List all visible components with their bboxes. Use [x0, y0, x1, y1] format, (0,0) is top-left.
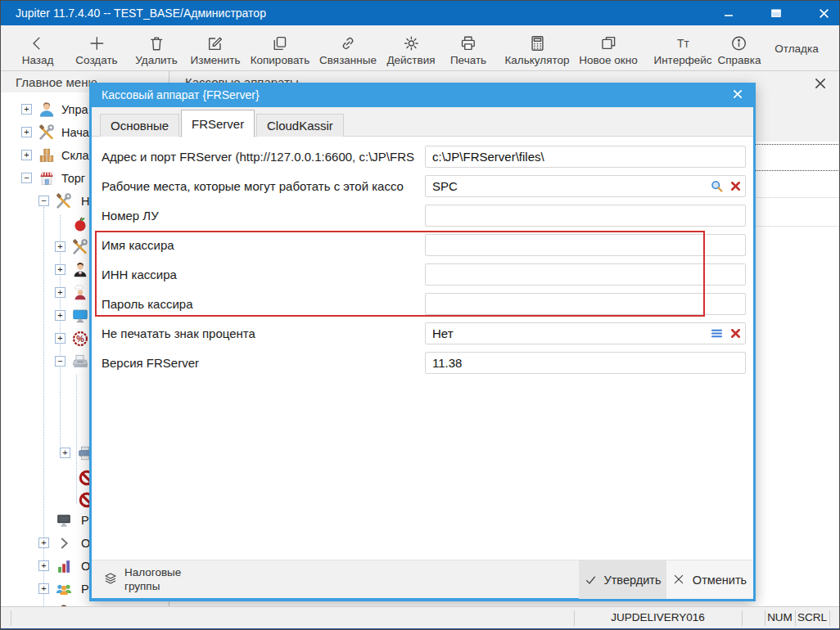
- tab-cloudkassir[interactable]: CloudKassir: [256, 114, 344, 137]
- toolbar-button-debug[interactable]: Отладка: [775, 30, 818, 66]
- cash-register-icon: [71, 353, 89, 371]
- toolbar-button-calculator[interactable]: Калькулятор: [504, 30, 569, 66]
- expand-icon[interactable]: +: [21, 127, 32, 137]
- tree-item-label: Нача: [61, 126, 89, 139]
- status-num-lock: NUM: [765, 611, 795, 623]
- tools-icon: [71, 238, 89, 256]
- expand-icon[interactable]: +: [38, 583, 49, 594]
- maximize-icon: [770, 7, 783, 20]
- tax-groups-label-line2: группы: [124, 580, 160, 592]
- toolbar-button-back[interactable]: Назад: [22, 30, 54, 66]
- input-workstations[interactable]: [425, 175, 746, 197]
- cancel-button[interactable]: Отменить: [666, 560, 753, 599]
- status-workstation: JUPDELIVERY016: [574, 611, 742, 623]
- input-lu_number[interactable]: [425, 205, 746, 227]
- expand-icon[interactable]: +: [55, 241, 65, 252]
- confirm-label: Утвердить: [604, 574, 662, 587]
- input-cashier_password[interactable]: [425, 293, 746, 315]
- toolbar-button-actions[interactable]: Действия: [386, 30, 435, 66]
- close-window-button[interactable]: [811, 1, 836, 25]
- toolbar-button-print[interactable]: Печать: [450, 30, 486, 66]
- toolbar-button-related[interactable]: Связанные: [319, 30, 377, 66]
- tree-item-label: Р: [81, 514, 89, 527]
- clear-icon[interactable]: [729, 179, 743, 193]
- toolbar-button-help[interactable]: Справка: [718, 30, 761, 66]
- panel-close-icon[interactable]: [813, 76, 828, 91]
- status-scroll-lock: SCRL: [795, 611, 829, 623]
- window-title: Jupiter 11.7.4.40 -- TEST_BASE/Администр…: [16, 7, 266, 20]
- close-icon: [819, 8, 829, 19]
- collapse-icon[interactable]: −: [55, 356, 65, 367]
- toolbar-button-interface[interactable]: TтИнтерфейс: [653, 30, 711, 66]
- svg-text:Tт: Tт: [677, 38, 689, 50]
- expand-icon[interactable]: +: [60, 448, 70, 458]
- apple-icon: [71, 215, 89, 233]
- boxes-icon: [38, 146, 56, 164]
- expand-icon[interactable]: +: [55, 264, 65, 275]
- tools-icon: [38, 124, 56, 142]
- tab-основные[interactable]: Основные: [100, 114, 179, 137]
- toolbar-button-label: Связанные: [319, 54, 377, 66]
- toolbar-button-label: Справка: [718, 54, 761, 66]
- toolbar-button-label: Удалить: [135, 54, 178, 66]
- gear-icon: [402, 34, 420, 52]
- toolbar-button-edit[interactable]: Изменить: [191, 30, 241, 66]
- expand-icon[interactable]: +: [55, 310, 65, 321]
- collapse-icon[interactable]: −: [38, 196, 49, 206]
- tree-item-label: Р: [81, 583, 89, 596]
- percent-icon: %: [71, 330, 89, 348]
- printer-glyph-icon: [459, 34, 477, 52]
- search-icon[interactable]: [710, 179, 724, 193]
- trash-icon: [147, 34, 165, 52]
- expand-icon[interactable]: +: [38, 560, 49, 571]
- minimize-button[interactable]: [716, 1, 741, 25]
- copy-icon: [271, 34, 289, 52]
- minimize-icon: [724, 8, 734, 18]
- toolbar-button-label: Новое окно: [579, 54, 637, 66]
- tab-label: FRServer: [192, 117, 244, 131]
- expand-icon[interactable]: +: [55, 287, 65, 298]
- link-icon: [339, 34, 357, 52]
- dialog-close-button[interactable]: [732, 88, 745, 101]
- confirm-button[interactable]: Утвердить: [579, 560, 666, 599]
- toolbar-button-label: Создать: [75, 54, 117, 66]
- user-icon: [38, 101, 56, 119]
- menu-icon[interactable]: [710, 326, 724, 340]
- dialog-titlebar[interactable]: Кассовый аппарат {FRServer}: [92, 83, 753, 107]
- tree-item-label: Н: [81, 195, 89, 208]
- expand-icon[interactable]: +: [38, 538, 49, 548]
- field-label-frserver_version: Версия FRServer: [102, 356, 419, 370]
- collapse-icon[interactable]: −: [21, 173, 32, 183]
- input-frserver_version[interactable]: [425, 352, 746, 374]
- field-label-cashier_password: Пароль кассира: [102, 297, 419, 311]
- info-icon: [730, 34, 748, 52]
- toolbar-button-label: Назад: [22, 54, 54, 66]
- toolbar-button-delete[interactable]: Удалить: [135, 30, 178, 66]
- expand-icon[interactable]: +: [55, 333, 65, 344]
- maximize-button[interactable]: [764, 1, 788, 25]
- toolbar-button-copy[interactable]: Копировать: [251, 30, 310, 66]
- input-cashier_name[interactable]: [425, 234, 746, 256]
- toolbar-button-label: Калькулятор: [504, 54, 569, 66]
- tab-frserver[interactable]: FRServer: [181, 110, 255, 137]
- clear-icon[interactable]: [729, 326, 743, 340]
- dialog-footer: Налоговыегруппы Утвердить Отменить: [92, 560, 753, 598]
- input-cashier_inn[interactable]: [425, 263, 746, 286]
- expand-icon[interactable]: +: [21, 150, 32, 160]
- toolbar-button-create[interactable]: Создать: [75, 30, 117, 66]
- field-label-no_percent_sign: Не печатать знак процента: [102, 326, 419, 340]
- store-icon: [38, 169, 56, 187]
- expand-icon[interactable]: +: [21, 104, 32, 115]
- toolbar-button-new-window[interactable]: Новое окно: [579, 30, 637, 66]
- tax-groups-button[interactable]: Налоговыегруппы: [97, 562, 187, 597]
- layers-icon: [103, 571, 118, 589]
- chart-icon: [55, 557, 73, 575]
- input-no_percent_sign[interactable]: [425, 322, 746, 344]
- field-label-frserver_address: Адрес и порт FRServer (http://127.0.0.1:…: [102, 150, 419, 164]
- input-frserver_address[interactable]: [425, 146, 746, 168]
- tree-item-cash-manager[interactable]: +Менеджер касс: [1, 601, 169, 606]
- edit-icon: [206, 34, 224, 52]
- toolbar-button-label: Отладка: [775, 43, 818, 55]
- dark-monitor-icon: [55, 511, 73, 529]
- dialog-title: Кассовый аппарат {FRServer}: [102, 88, 260, 101]
